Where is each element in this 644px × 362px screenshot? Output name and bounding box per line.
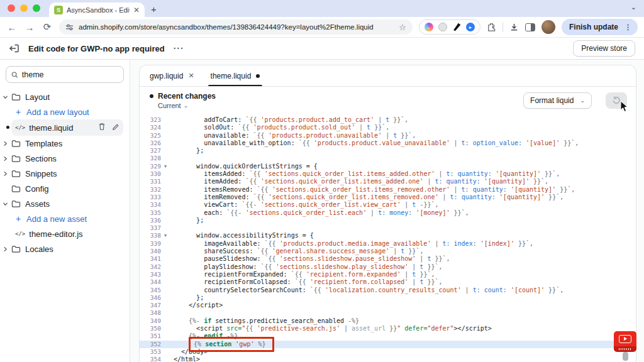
tab-close-icon[interactable]: ✕ (188, 72, 194, 80)
sidebar-item-add-a-new-layout[interactable]: + Add a new layout (0, 104, 130, 119)
folder-icon (10, 200, 21, 208)
extension-blue-icon[interactable]: ▸ (466, 23, 475, 31)
code-line-346[interactable]: 346 }; (140, 294, 636, 302)
code-line-349[interactable]: 349 {%- if settings.predictive_search_en… (140, 317, 636, 325)
fold-caret-icon[interactable]: ▼ (162, 232, 169, 239)
code-line-337[interactable]: 337 (140, 224, 636, 232)
reload-button[interactable]: ⟳ (42, 21, 53, 33)
sidebar-item-snippets[interactable]: Snippets (0, 166, 130, 181)
forward-button[interactable]: → (24, 22, 35, 33)
code-line-326[interactable]: 326 unavailable_with_option: `{{ 'produc… (140, 140, 636, 147)
sidebar-item-templates[interactable]: Templates (0, 136, 130, 151)
preview-store-button[interactable]: Preview store (573, 40, 635, 57)
chevron-down-icon[interactable]: ⌄ (580, 97, 585, 104)
sidebar-item-config[interactable]: Config (0, 181, 130, 196)
line-number: 327 (140, 147, 162, 155)
line-number: 323 (140, 116, 162, 124)
line-number: 343 (140, 271, 162, 278)
downloads-icon[interactable] (509, 23, 519, 32)
format-liquid-label: Format liquid (530, 96, 574, 105)
code-line-333[interactable]: 333 itemRemoved: `{{ 'sections.quick_ord… (140, 194, 636, 201)
code-line-328[interactable]: 328 (140, 155, 636, 162)
delete-file-icon[interactable] (98, 123, 106, 133)
code-line-331[interactable]: 331 itemAdded: `{{ 'sections.quick_order… (140, 178, 636, 185)
sidebar-item-locales[interactable]: Locales (0, 241, 130, 256)
code-line-324[interactable]: 324 soldOut: `{{ 'products.product.sold_… (140, 124, 636, 131)
finish-update-menu-icon[interactable]: ⋮ (621, 23, 635, 31)
extension-pen-icon[interactable] (452, 23, 461, 31)
undo-icon (612, 96, 621, 105)
code-line-338[interactable]: 338▼ window.accessibilityStrings = { (140, 232, 636, 239)
sidebar-item-theme-editor-js[interactable]: </> theme-editor.js (0, 226, 130, 241)
format-liquid-button[interactable]: Format liquid ⌄ (523, 92, 592, 109)
screen-recorder-widget[interactable] (614, 331, 636, 361)
extensions-puzzle-icon[interactable] (487, 23, 496, 32)
sidebar-item-add-a-new-asset[interactable]: + Add a new asset (0, 211, 130, 226)
exit-editor-icon[interactable] (9, 43, 19, 53)
code-line-342[interactable]: 342 playSlideshow: `{{ 'sections.slidesh… (140, 263, 636, 271)
tab-search-chevron-icon[interactable]: ⌄ (631, 3, 636, 11)
code-line-344[interactable]: 344 recipientFormCollapsed: `{{ 'recipie… (140, 278, 636, 286)
code-line-345[interactable]: 345 countrySelectorSearchCount: `{{ 'loc… (140, 287, 636, 294)
address-bar[interactable]: admin.shopify.com/store/asyncsandbox/the… (59, 19, 413, 35)
url-text[interactable]: admin.shopify.com/store/asyncsandbox/the… (79, 23, 394, 31)
code-editor[interactable]: 323 addToCart: `{{ 'products.product.add… (140, 114, 636, 362)
new-tab-button[interactable]: + (151, 4, 157, 14)
minimize-window-button[interactable] (20, 4, 28, 12)
code-line-325[interactable]: 325 unavailable: `{{ 'products.product.u… (140, 132, 636, 140)
code-line-335[interactable]: 335 each: `{{- 'sections.quick_order_lis… (140, 209, 636, 217)
code-file-icon: </> (15, 124, 25, 131)
caret-icon[interactable] (0, 171, 10, 177)
code-line-341[interactable]: 341 pauseSlideshow: `{{ 'sections.slides… (140, 255, 636, 263)
version-selector[interactable]: Current ⌄ (158, 102, 216, 109)
code-line-332[interactable]: 332 itemsRemoved: `{{ 'sections.quick_or… (140, 186, 636, 194)
code-line-340[interactable]: 340 shareSuccess: `{{ 'general.share.suc… (140, 248, 636, 255)
code-line-348[interactable]: 348 (140, 309, 636, 317)
editor-tab-gwp-liquid[interactable]: gwp.liquid✕ (150, 65, 194, 86)
sidebar-item-theme-liquid[interactable]: </> theme.liquid (11, 119, 123, 136)
site-settings-icon[interactable] (65, 23, 74, 31)
extension-gray-icon[interactable] (438, 23, 447, 31)
plus-icon: + (14, 214, 23, 224)
sidebar-item-assets[interactable]: Assets (0, 196, 130, 211)
code-line-330[interactable]: 330 itemsAdded: `{{ 'sections.quick_orde… (140, 170, 636, 178)
code-line-323[interactable]: 323 addToCart: `{{ 'products.product.add… (140, 116, 636, 124)
editor-tab-theme-liquid[interactable]: theme.liquid (211, 65, 260, 86)
search-input[interactable] (22, 70, 118, 79)
extension-recorder-icon[interactable] (425, 23, 433, 31)
code-line-354[interactable]: 354</html> (140, 356, 636, 362)
tab-close-icon[interactable]: ✕ (133, 6, 140, 14)
recorder-handle[interactable] (623, 352, 628, 361)
code-line-336[interactable]: 336 }; (140, 217, 636, 224)
code-line-343[interactable]: 343 recipientFormExpanded: `{{ 'recipien… (140, 271, 636, 278)
rename-file-icon[interactable] (112, 123, 119, 133)
bookmark-star-icon[interactable]: ☆ (399, 23, 406, 32)
sidebar-item-sections[interactable]: Sections (0, 151, 130, 166)
code-line-339[interactable]: 339 imageAvailable: `{{ 'products.produc… (140, 240, 636, 248)
code-line-334[interactable]: 334 viewCart: `{{- 'sections.quick_order… (140, 201, 636, 209)
sidebar-item-layout[interactable]: Layout (0, 89, 130, 104)
caret-icon[interactable] (0, 156, 10, 162)
close-window-button[interactable] (8, 4, 15, 12)
finish-update-button[interactable]: Finish update ⋮ (562, 19, 638, 35)
caret-icon[interactable] (0, 94, 10, 100)
code-line-327[interactable]: 327 }; (140, 147, 636, 155)
profile-avatar[interactable] (541, 20, 555, 34)
folder-icon (10, 245, 21, 253)
code-line-347[interactable]: 347 </script> (140, 302, 636, 309)
browser-tab[interactable]: S AsyncSandbox - Edit ~ GWP- ✕ (49, 3, 145, 17)
code-line-350[interactable]: 350 <script src="{{ 'predictive-search.j… (140, 325, 636, 332)
maximize-window-button[interactable] (33, 4, 40, 12)
code-line-352[interactable]: 352 {% section 'gwp' %} (140, 341, 636, 348)
file-search-box[interactable] (6, 66, 124, 83)
code-line-329[interactable]: 329▼ window.quickOrderListStrings = { (140, 163, 636, 170)
macos-window-controls[interactable] (0, 4, 49, 17)
back-button[interactable]: ← (6, 22, 18, 33)
page-overflow-menu[interactable]: ··· (174, 43, 184, 53)
caret-icon[interactable] (0, 201, 10, 207)
caret-icon[interactable] (0, 141, 10, 146)
caret-icon[interactable] (0, 246, 10, 252)
side-panel-icon[interactable] (525, 23, 535, 31)
recorder-play-icon[interactable] (614, 331, 636, 346)
fold-caret-icon[interactable]: ▼ (162, 163, 169, 170)
